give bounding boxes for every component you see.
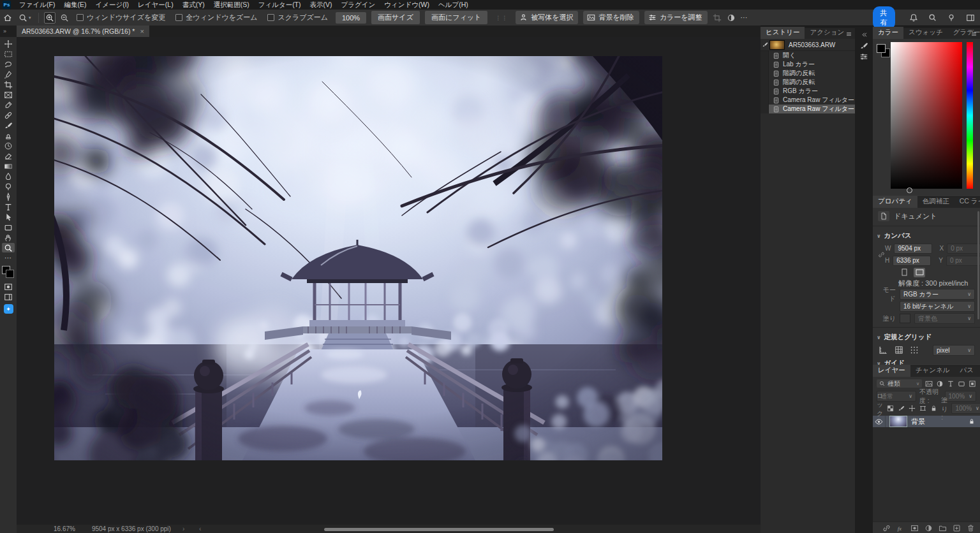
adjust-color-button[interactable]: カラーを調整	[644, 11, 708, 24]
menu-window[interactable]: ウィンドウ(W)	[380, 0, 434, 10]
panel-scrollbar[interactable]	[977, 211, 979, 319]
ruler-icon[interactable]	[878, 345, 888, 355]
horizontal-scrollbar[interactable]	[324, 528, 554, 531]
discover-icon[interactable]	[947, 13, 956, 22]
history-step-camera-raw-2-selected[interactable]: Camera Raw フィルター	[761, 105, 855, 113]
clone-stamp-tool[interactable]	[2, 131, 15, 140]
menu-layer[interactable]: レイヤー(L)	[133, 0, 178, 10]
workspace-icon[interactable]	[966, 13, 975, 22]
portrait-orientation-button[interactable]	[898, 268, 910, 277]
tab-channels[interactable]: チャンネル	[910, 365, 955, 377]
history-step-invert-2[interactable]: 階調の反転	[761, 78, 855, 87]
history-step-rgb-color[interactable]: RGB カラー	[761, 87, 855, 96]
eyedropper-tool[interactable]	[2, 100, 15, 110]
photoshop-logo[interactable]: Ps	[3, 1, 11, 9]
adjustments-panel-icon[interactable]	[859, 51, 868, 62]
lasso-tool[interactable]	[2, 59, 15, 69]
history-source-well[interactable]	[761, 78, 769, 87]
hand-tool[interactable]	[2, 233, 15, 242]
type-tool[interactable]	[2, 202, 15, 212]
close-icon[interactable]: ×	[140, 27, 144, 35]
crop-tool[interactable]	[2, 80, 15, 89]
hue-slider[interactable]	[967, 42, 973, 189]
history-snapshot-row[interactable]: AR503663.ARW	[761, 39, 855, 51]
fit-on-screen-button[interactable]: 画面にフィット	[425, 11, 487, 24]
dot-grid-icon[interactable]	[909, 345, 919, 355]
link-layers-icon[interactable]	[882, 524, 891, 532]
panel-menu-icon[interactable]	[970, 31, 977, 38]
pen-tool[interactable]	[2, 192, 15, 201]
delete-layer-icon[interactable]	[967, 524, 975, 532]
scrubby-zoom-checkbox[interactable]: スクラブズーム	[267, 13, 328, 22]
new-layer-icon[interactable]	[953, 524, 961, 532]
brush-tool[interactable]	[2, 120, 15, 130]
edit-toolbar-ellipsis[interactable]: ⋯	[2, 253, 15, 263]
zoom-all-windows-checkbox[interactable]: 全ウィンドウをズーム	[175, 13, 257, 22]
tab-paths[interactable]: パス	[954, 365, 979, 377]
adjustment-icon[interactable]	[726, 13, 736, 23]
move-tool[interactable]	[2, 39, 15, 48]
search-icon[interactable]	[928, 13, 937, 22]
layer-filter-search[interactable]: 種類 ∨	[877, 379, 922, 388]
document-image[interactable]	[54, 56, 662, 460]
tab-cc-libraries[interactable]: CC ライブラリ	[954, 196, 980, 208]
more-options-icon[interactable]: ⋯	[740, 13, 750, 22]
healing-brush-tool[interactable]	[2, 110, 15, 120]
notifications-bell-icon[interactable]	[909, 13, 918, 22]
menu-help[interactable]: ヘルプ(H)	[434, 0, 473, 10]
brushes-panel-icon[interactable]	[859, 40, 868, 51]
shape-tool[interactable]	[2, 223, 15, 232]
add-layer-mask-icon[interactable]	[910, 524, 919, 532]
zoom-100-button[interactable]: 100%	[336, 12, 366, 24]
share-button[interactable]: 共有	[873, 6, 896, 29]
new-adjustment-layer-icon[interactable]	[924, 524, 933, 532]
quick-mask-button[interactable]	[2, 282, 15, 291]
lock-position-icon[interactable]	[909, 405, 916, 412]
menu-view[interactable]: 表示(V)	[306, 0, 337, 10]
menu-filter[interactable]: フィルター(T)	[254, 0, 306, 10]
menu-file[interactable]: ファイル(F)	[15, 0, 59, 10]
remove-background-button[interactable]: 背景を削除	[583, 11, 639, 24]
eraser-tool[interactable]	[2, 151, 15, 161]
status-doc-info[interactable]: 9504 px x 6336 px (300 ppi)	[92, 525, 171, 532]
history-step-invert-1[interactable]: 階調の反転	[761, 69, 855, 78]
lock-artboard-icon[interactable]	[919, 405, 926, 412]
history-source-well[interactable]	[761, 69, 769, 78]
bit-depth-dropdown[interactable]: 16 bit/チャンネル∨	[900, 301, 975, 312]
filter-adjustment-layers-icon[interactable]	[936, 380, 944, 388]
link-dimensions-icon[interactable]	[878, 242, 885, 266]
width-field[interactable]: 9504 px	[894, 244, 932, 254]
marquee-tool[interactable]	[2, 49, 15, 59]
history-source-well[interactable]	[761, 105, 769, 113]
new-group-icon[interactable]	[939, 524, 947, 532]
landscape-orientation-button[interactable]	[914, 268, 925, 277]
filter-type-layers-icon[interactable]	[947, 380, 954, 388]
zoom-out-button[interactable]	[59, 13, 70, 23]
tab-layers[interactable]: レイヤー	[873, 365, 910, 377]
lock-transparency-icon[interactable]	[887, 405, 894, 412]
tab-color[interactable]: カラー	[873, 27, 903, 39]
height-field[interactable]: 6336 px	[893, 256, 931, 266]
collapse-panels-icon[interactable]	[861, 29, 868, 40]
filter-smart-objects-icon[interactable]	[969, 380, 976, 388]
color-panel-swatches[interactable]	[877, 44, 891, 58]
zoom-tool[interactable]	[2, 243, 15, 252]
resize-windows-checkbox[interactable]: ウィンドウサイズを変更	[77, 13, 165, 22]
filter-pixel-layers-icon[interactable]	[925, 380, 933, 388]
history-step-open[interactable]: 開く	[761, 51, 855, 60]
blur-tool[interactable]	[2, 172, 15, 181]
history-source-well[interactable]	[761, 60, 769, 69]
saturation-brightness-field[interactable]	[891, 42, 962, 189]
layer-row-background[interactable]: 背景	[873, 416, 980, 427]
lock-all-icon[interactable]	[930, 405, 937, 412]
frame-tool[interactable]	[2, 90, 15, 99]
menu-image[interactable]: イメージ(I)	[91, 0, 133, 10]
status-nav-arrows[interactable]: › ‹	[182, 525, 207, 532]
history-source-well[interactable]	[761, 87, 769, 96]
grid-icon[interactable]	[894, 345, 904, 355]
background-color-swatch[interactable]	[6, 270, 14, 278]
layer-name[interactable]: 背景	[911, 417, 925, 427]
adobe-express-badge-icon[interactable]: ✦	[4, 304, 13, 314]
document-tab[interactable]: AR503663.ARW @ 16.7% (RGB/16) * ×	[17, 26, 149, 37]
quick-selection-tool[interactable]	[2, 69, 15, 79]
